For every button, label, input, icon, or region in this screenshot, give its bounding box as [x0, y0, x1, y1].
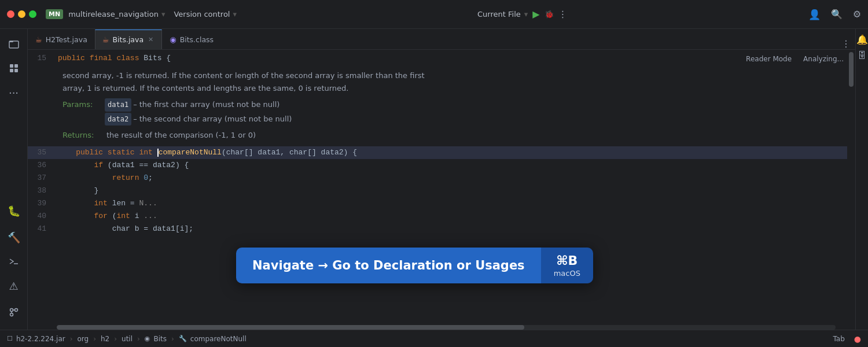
code-line-36: 36 if (data1 == data2) {: [28, 159, 847, 172]
sidebar-icon-terminal[interactable]: [3, 251, 24, 272]
sidebar-icon-folder[interactable]: [3, 34, 24, 54]
sidebar-icon-problems[interactable]: ⚠: [3, 275, 24, 296]
editor-content: Reader Mode Analyzing... 15 public final…: [28, 50, 855, 330]
svg-point-9: [14, 309, 17, 312]
returns-label: Returns:: [62, 129, 103, 142]
tabs-more-button[interactable]: ⋮: [837, 38, 855, 49]
code-line-39: 39 int len = N...: [28, 197, 847, 210]
version-control[interactable]: Version control: [174, 10, 230, 19]
line-content-41: char b = data1[i];: [56, 223, 847, 235]
titlebar: MN multirelease_navigation ▾ Version con…: [0, 0, 868, 29]
line-num-38: 38: [28, 184, 56, 197]
breadcrumb-method[interactable]: compareNotNull: [190, 335, 247, 343]
search-everywhere-icon[interactable]: 🔍: [831, 9, 843, 20]
java-file-icon-active: ☕: [102, 35, 109, 44]
tab-h2test[interactable]: ☕ H2Test.java: [28, 29, 95, 49]
svg-rect-2: [10, 64, 13, 68]
close-button[interactable]: [7, 10, 14, 18]
code-line-38: 38 }: [28, 184, 847, 197]
sidebar-icon-build[interactable]: 🔨: [3, 227, 24, 248]
vertical-scrollbar[interactable]: [847, 50, 855, 330]
param-name-data2: data2: [105, 113, 131, 125]
error-indicator[interactable]: ●: [854, 334, 861, 344]
svg-point-7: [10, 309, 13, 312]
line-content-39: int len = N...: [56, 197, 847, 210]
settings-icon[interactable]: ⚙: [853, 9, 861, 20]
doc-block: second array, -1 is returned. If the con…: [28, 65, 847, 146]
line-content-38: }: [56, 184, 847, 197]
project-info: MN multirelease_navigation ▾ Version con…: [46, 9, 237, 19]
current-file-selector[interactable]: Current File ▾: [477, 10, 528, 19]
svg-rect-3: [14, 64, 18, 68]
status-bar-right: Tab ●: [833, 334, 861, 344]
tabs-bar: ☕ H2Test.java ☕ Bits.java ✕ ◉ Bits.class…: [28, 29, 855, 50]
line-content-40: for (int i ...: [56, 210, 847, 223]
editor-area: ☕ H2Test.java ☕ Bits.java ✕ ◉ Bits.class…: [28, 29, 855, 330]
maximize-button[interactable]: [29, 10, 36, 18]
param-data2-desc: – the second char array (must not be nul…: [133, 113, 292, 125]
scrollbar-thumb: [849, 52, 854, 87]
breadcrumb-util[interactable]: util: [122, 335, 133, 343]
tab-bits-java-label: Bits.java: [112, 35, 144, 44]
line-content-37: return 0;: [56, 172, 847, 184]
tab-bits-class[interactable]: ◉ Bits.class: [162, 29, 221, 49]
line-num-37: 37: [28, 172, 56, 184]
database-icon[interactable]: 🗄: [856, 50, 868, 61]
sidebar-icon-more[interactable]: ···: [3, 82, 24, 103]
line-num-35: 35: [28, 146, 56, 159]
run-icon[interactable]: ▶: [532, 9, 539, 20]
doc-text-line1: second array, -1 is returned. If the con…: [62, 69, 847, 82]
java-file-icon: ☕: [35, 35, 42, 44]
param-data1-desc: – the first char array (must not be null…: [133, 98, 279, 111]
param-name-data1: data1: [105, 98, 131, 111]
titlebar-center: Current File ▾ ▶ 🐞 ⋮: [241, 9, 804, 20]
project-name[interactable]: multirelease_navigation: [68, 10, 159, 19]
current-file-label: Current File: [477, 10, 521, 19]
code-line-40: 40 for (int i ...: [28, 210, 847, 223]
tab-bits-class-label: Bits.class: [180, 35, 214, 44]
line-num-15: 15: [28, 52, 56, 65]
horizontal-scrollbar[interactable]: [57, 325, 836, 330]
breadcrumb-jar: h2-2.2.224.jar: [16, 335, 65, 343]
shortcut-os: macOS: [554, 269, 580, 278]
editor-top-bar: Reader Mode Analyzing...: [741, 50, 844, 68]
reader-mode-button[interactable]: Reader Mode: [741, 53, 796, 65]
sidebar-icon-plugins[interactable]: [3, 58, 24, 79]
shortcut-key: ⌘B: [556, 253, 578, 268]
tooltip-shortcut: ⌘B macOS: [541, 248, 593, 283]
code-line-41: 41 char b = data1[i];: [28, 223, 847, 235]
params-label: Params:: [62, 98, 103, 111]
project-badge: MN: [46, 9, 63, 19]
line-content-36: if (data1 == data2) {: [56, 159, 847, 172]
tab-h2test-label: H2Test.java: [46, 35, 87, 44]
sidebar-icon-debug[interactable]: 🐛: [3, 200, 24, 221]
line-content-15: public final class Bits {: [56, 52, 847, 65]
line-num-41: 41: [28, 223, 56, 235]
more-actions-icon[interactable]: ⋮: [558, 9, 568, 20]
analyzing-status: Analyzing...: [803, 55, 844, 63]
titlebar-actions: 👤 🔍 ⚙: [808, 9, 861, 20]
code-editor[interactable]: 15 public final class Bits { second arra…: [28, 50, 847, 330]
breadcrumb-bits[interactable]: Bits: [153, 335, 167, 343]
tab-close-bits-java[interactable]: ✕: [147, 35, 155, 45]
sidebar-left: ··· 🐛 🔨 ⚠: [0, 29, 28, 330]
notifications-icon[interactable]: 🔔: [856, 34, 868, 45]
breadcrumb-org[interactable]: org: [78, 335, 89, 343]
code-line-15: 15 public final class Bits {: [28, 52, 847, 65]
tab-bits-java[interactable]: ☕ Bits.java ✕: [95, 29, 163, 49]
code-line-35: 35 public static int compareNotNull(char…: [28, 146, 847, 159]
line-num-36: 36: [28, 159, 56, 172]
breadcrumb-h2[interactable]: h2: [101, 335, 109, 343]
add-profile-icon[interactable]: 👤: [808, 9, 821, 20]
code-line-37: 37 return 0;: [28, 172, 847, 184]
svg-rect-5: [14, 69, 18, 72]
tooltip-popup: Navigate → Go to Declaration or Usages ⌘…: [236, 248, 593, 283]
sidebar-icon-git[interactable]: [3, 302, 24, 323]
minimize-button[interactable]: [18, 10, 25, 18]
line-num-40: 40: [28, 210, 56, 223]
traffic-lights: [7, 10, 36, 18]
debug-icon[interactable]: 🐞: [545, 10, 554, 19]
class-file-icon: ◉: [170, 35, 176, 44]
sidebar-right: 🔔 🗄: [855, 29, 868, 330]
status-bar: ☐ h2-2.2.224.jar › org › h2 › util › ◉ B…: [0, 330, 868, 347]
